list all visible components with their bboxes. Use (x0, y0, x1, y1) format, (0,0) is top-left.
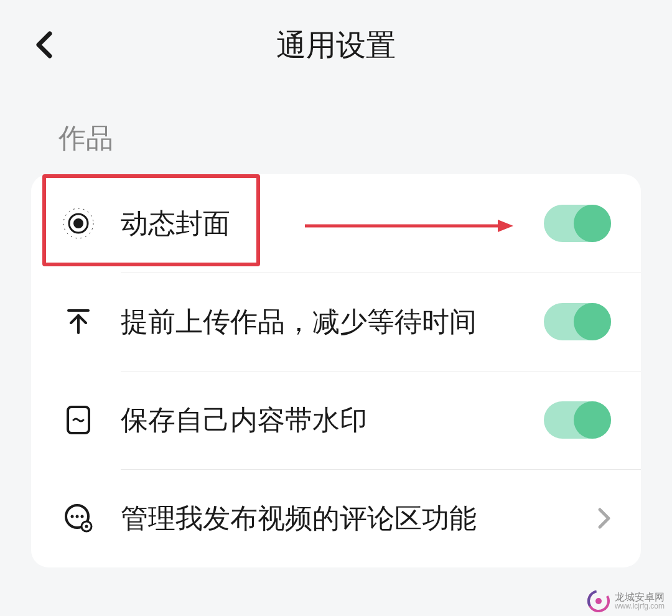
row-manage-comments[interactable]: 管理我发布视频的评论区功能 (31, 469, 641, 567)
svg-point-10 (76, 515, 79, 518)
header: 通用设置 (0, 0, 672, 90)
svg-point-11 (81, 515, 84, 518)
toggle-knob (574, 205, 611, 242)
row-label: 管理我发布视频的评论区功能 (121, 500, 597, 537)
works-card: 动态封面 提前上传作品，减少等待时间 保存自己内容带水印 (31, 174, 641, 567)
watermark-logo-icon (587, 590, 610, 612)
watermark-title: 龙城安卓网 (615, 592, 665, 603)
back-button[interactable] (30, 30, 60, 60)
watermark: 龙城安卓网 www.lcjrfg.com (587, 590, 665, 612)
svg-point-16 (595, 598, 602, 604)
row-label: 保存自己内容带水印 (121, 402, 544, 439)
toggle-pre-upload[interactable] (544, 303, 611, 340)
upload-icon (61, 304, 96, 339)
save-watermark-icon (61, 403, 96, 437)
svg-point-9 (71, 515, 74, 518)
toggle-dynamic-cover[interactable] (544, 205, 611, 242)
section-works-title: 作品 (0, 90, 672, 174)
row-label: 动态封面 (121, 205, 544, 242)
row-save-watermark: 保存自己内容带水印 (31, 371, 641, 469)
comment-settings-icon (61, 501, 96, 536)
svg-point-13 (85, 525, 88, 528)
row-pre-upload: 提前上传作品，减少等待时间 (31, 273, 641, 371)
section-functions-title: 功能 (0, 567, 672, 616)
toggle-knob (574, 401, 611, 439)
chevron-right-icon (597, 507, 611, 530)
row-dynamic-cover: 动态封面 (31, 174, 641, 273)
dynamic-cover-icon (61, 206, 96, 241)
toggle-knob (574, 303, 611, 340)
row-label: 提前上传作品，减少等待时间 (121, 304, 544, 340)
svg-point-2 (73, 218, 83, 228)
chevron-left-icon (34, 31, 56, 58)
toggle-save-watermark[interactable] (544, 401, 611, 439)
page-title: 通用设置 (276, 26, 396, 65)
watermark-url: www.lcjrfg.com (615, 602, 665, 610)
